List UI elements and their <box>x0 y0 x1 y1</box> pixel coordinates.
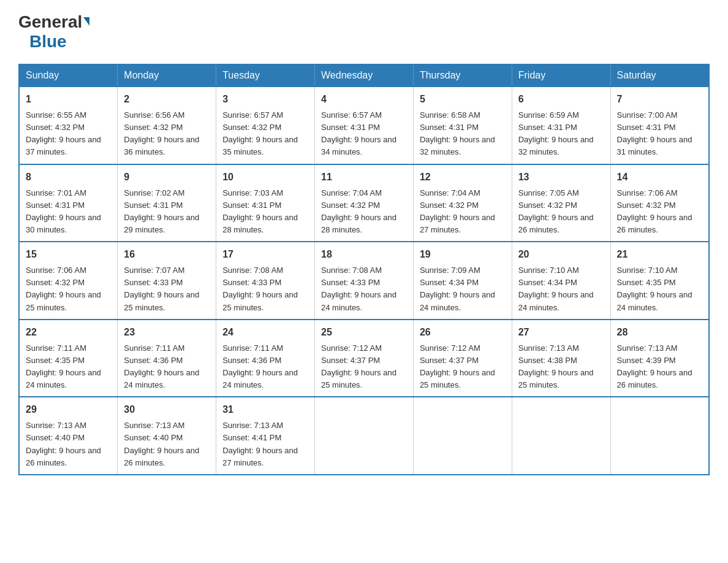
calendar-day-cell: 24Sunrise: 7:11 AMSunset: 4:36 PMDayligh… <box>216 320 315 397</box>
calendar-day-cell: 30Sunrise: 7:13 AMSunset: 4:40 PMDayligh… <box>118 397 216 475</box>
calendar-day-cell: 12Sunrise: 7:04 AMSunset: 4:32 PMDayligh… <box>413 164 512 242</box>
day-info: Sunrise: 7:11 AMSunset: 4:35 PMDaylight:… <box>26 342 111 392</box>
day-number: 8 <box>26 170 111 185</box>
day-info: Sunrise: 7:10 AMSunset: 4:35 PMDaylight:… <box>617 264 702 314</box>
day-info: Sunrise: 6:59 AMSunset: 4:31 PMDaylight:… <box>518 109 604 159</box>
day-number: 13 <box>518 170 604 185</box>
calendar-day-cell: 31Sunrise: 7:13 AMSunset: 4:41 PMDayligh… <box>216 397 315 475</box>
day-info: Sunrise: 7:11 AMSunset: 4:36 PMDaylight:… <box>124 342 210 392</box>
logo-triangle-icon <box>83 17 89 26</box>
day-number: 10 <box>222 170 308 185</box>
weekday-monday: Monday <box>118 64 216 86</box>
calendar-day-cell: 19Sunrise: 7:09 AMSunset: 4:34 PMDayligh… <box>413 242 512 320</box>
day-info: Sunrise: 7:13 AMSunset: 4:40 PMDaylight:… <box>124 419 210 469</box>
day-number: 27 <box>518 325 604 340</box>
weekday-sunday: Sunday <box>19 64 118 86</box>
day-info: Sunrise: 7:04 AMSunset: 4:32 PMDaylight:… <box>321 187 407 237</box>
day-info: Sunrise: 7:11 AMSunset: 4:36 PMDaylight:… <box>222 342 308 392</box>
day-info: Sunrise: 7:10 AMSunset: 4:34 PMDaylight:… <box>518 264 604 314</box>
day-info: Sunrise: 7:00 AMSunset: 4:31 PMDaylight:… <box>617 109 702 159</box>
calendar-table: SundayMondayTuesdayWednesdayThursdayFrid… <box>18 64 710 475</box>
weekday-friday: Friday <box>512 64 610 86</box>
day-info: Sunrise: 7:13 AMSunset: 4:40 PMDaylight:… <box>26 419 111 469</box>
day-info: Sunrise: 7:04 AMSunset: 4:32 PMDaylight:… <box>420 187 506 237</box>
calendar-day-cell: 21Sunrise: 7:10 AMSunset: 4:35 PMDayligh… <box>610 242 709 320</box>
calendar-day-cell: 13Sunrise: 7:05 AMSunset: 4:32 PMDayligh… <box>512 164 610 242</box>
day-number: 5 <box>420 92 506 107</box>
weekday-saturday: Saturday <box>610 64 709 86</box>
logo-blue-text: Blue <box>29 32 67 52</box>
calendar-day-cell <box>315 397 414 475</box>
calendar-day-cell: 25Sunrise: 7:12 AMSunset: 4:37 PMDayligh… <box>315 320 414 397</box>
calendar-day-cell: 20Sunrise: 7:10 AMSunset: 4:34 PMDayligh… <box>512 242 610 320</box>
logo-general-text: General <box>18 12 82 32</box>
day-number: 28 <box>617 325 702 340</box>
day-info: Sunrise: 6:58 AMSunset: 4:31 PMDaylight:… <box>420 109 506 159</box>
day-info: Sunrise: 7:08 AMSunset: 4:33 PMDaylight:… <box>222 264 308 314</box>
weekday-thursday: Thursday <box>413 64 512 86</box>
day-number: 7 <box>617 92 702 107</box>
calendar-day-cell: 7Sunrise: 7:00 AMSunset: 4:31 PMDaylight… <box>610 86 709 164</box>
calendar-week-row: 22Sunrise: 7:11 AMSunset: 4:35 PMDayligh… <box>19 320 709 397</box>
day-number: 12 <box>420 170 506 185</box>
calendar-day-cell <box>413 397 512 475</box>
day-info: Sunrise: 7:13 AMSunset: 4:38 PMDaylight:… <box>518 342 604 392</box>
day-number: 16 <box>124 247 210 262</box>
day-info: Sunrise: 6:55 AMSunset: 4:32 PMDaylight:… <box>26 109 111 159</box>
calendar-day-cell: 17Sunrise: 7:08 AMSunset: 4:33 PMDayligh… <box>216 242 315 320</box>
day-number: 19 <box>420 247 506 262</box>
day-number: 20 <box>518 247 604 262</box>
calendar-week-row: 8Sunrise: 7:01 AMSunset: 4:31 PMDaylight… <box>19 164 709 242</box>
calendar-day-cell: 8Sunrise: 7:01 AMSunset: 4:31 PMDaylight… <box>19 164 118 242</box>
calendar-day-cell: 3Sunrise: 6:57 AMSunset: 4:32 PMDaylight… <box>216 86 315 164</box>
day-number: 21 <box>617 247 702 262</box>
calendar-day-cell: 28Sunrise: 7:13 AMSunset: 4:39 PMDayligh… <box>610 320 709 397</box>
day-info: Sunrise: 7:02 AMSunset: 4:31 PMDaylight:… <box>124 187 210 237</box>
day-info: Sunrise: 6:56 AMSunset: 4:32 PMDaylight:… <box>124 109 210 159</box>
calendar-body: 1Sunrise: 6:55 AMSunset: 4:32 PMDaylight… <box>19 86 709 475</box>
calendar-day-cell: 26Sunrise: 7:12 AMSunset: 4:37 PMDayligh… <box>413 320 512 397</box>
calendar-day-cell: 6Sunrise: 6:59 AMSunset: 4:31 PMDaylight… <box>512 86 610 164</box>
day-number: 6 <box>518 92 604 107</box>
calendar-week-row: 15Sunrise: 7:06 AMSunset: 4:32 PMDayligh… <box>19 242 709 320</box>
calendar-day-cell: 10Sunrise: 7:03 AMSunset: 4:31 PMDayligh… <box>216 164 315 242</box>
day-number: 1 <box>26 92 111 107</box>
calendar-day-cell: 14Sunrise: 7:06 AMSunset: 4:32 PMDayligh… <box>610 164 709 242</box>
calendar-day-cell: 5Sunrise: 6:58 AMSunset: 4:31 PMDaylight… <box>413 86 512 164</box>
day-info: Sunrise: 7:09 AMSunset: 4:34 PMDaylight:… <box>420 264 506 314</box>
calendar-day-cell: 2Sunrise: 6:56 AMSunset: 4:32 PMDaylight… <box>118 86 216 164</box>
day-info: Sunrise: 7:06 AMSunset: 4:32 PMDaylight:… <box>617 187 702 237</box>
day-info: Sunrise: 6:57 AMSunset: 4:31 PMDaylight:… <box>321 109 407 159</box>
calendar-day-cell: 22Sunrise: 7:11 AMSunset: 4:35 PMDayligh… <box>19 320 118 397</box>
day-info: Sunrise: 7:13 AMSunset: 4:41 PMDaylight:… <box>222 419 308 469</box>
calendar-day-cell <box>512 397 610 475</box>
day-info: Sunrise: 7:12 AMSunset: 4:37 PMDaylight:… <box>420 342 506 392</box>
calendar-day-cell: 11Sunrise: 7:04 AMSunset: 4:32 PMDayligh… <box>315 164 414 242</box>
page-header: General Blue <box>18 12 710 52</box>
day-number: 14 <box>617 170 702 185</box>
calendar-day-cell: 27Sunrise: 7:13 AMSunset: 4:38 PMDayligh… <box>512 320 610 397</box>
calendar-week-row: 29Sunrise: 7:13 AMSunset: 4:40 PMDayligh… <box>19 397 709 475</box>
day-info: Sunrise: 7:01 AMSunset: 4:31 PMDaylight:… <box>26 187 111 237</box>
day-number: 23 <box>124 325 210 340</box>
calendar-day-cell: 18Sunrise: 7:08 AMSunset: 4:33 PMDayligh… <box>315 242 414 320</box>
calendar-day-cell: 9Sunrise: 7:02 AMSunset: 4:31 PMDaylight… <box>118 164 216 242</box>
day-number: 15 <box>26 247 111 262</box>
day-info: Sunrise: 7:08 AMSunset: 4:33 PMDaylight:… <box>321 264 407 314</box>
calendar-day-cell: 16Sunrise: 7:07 AMSunset: 4:33 PMDayligh… <box>118 242 216 320</box>
day-info: Sunrise: 7:13 AMSunset: 4:39 PMDaylight:… <box>617 342 702 392</box>
calendar-day-cell: 15Sunrise: 7:06 AMSunset: 4:32 PMDayligh… <box>19 242 118 320</box>
day-number: 29 <box>26 402 111 417</box>
day-info: Sunrise: 7:03 AMSunset: 4:31 PMDaylight:… <box>222 187 308 237</box>
day-info: Sunrise: 7:06 AMSunset: 4:32 PMDaylight:… <box>26 264 111 314</box>
day-number: 17 <box>222 247 308 262</box>
day-number: 26 <box>420 325 506 340</box>
day-number: 25 <box>321 325 407 340</box>
day-number: 18 <box>321 247 407 262</box>
day-info: Sunrise: 7:12 AMSunset: 4:37 PMDaylight:… <box>321 342 407 392</box>
day-number: 24 <box>222 325 308 340</box>
calendar-day-cell: 23Sunrise: 7:11 AMSunset: 4:36 PMDayligh… <box>118 320 216 397</box>
calendar-day-cell: 4Sunrise: 6:57 AMSunset: 4:31 PMDaylight… <box>315 86 414 164</box>
day-number: 9 <box>124 170 210 185</box>
weekday-row: SundayMondayTuesdayWednesdayThursdayFrid… <box>19 64 709 86</box>
